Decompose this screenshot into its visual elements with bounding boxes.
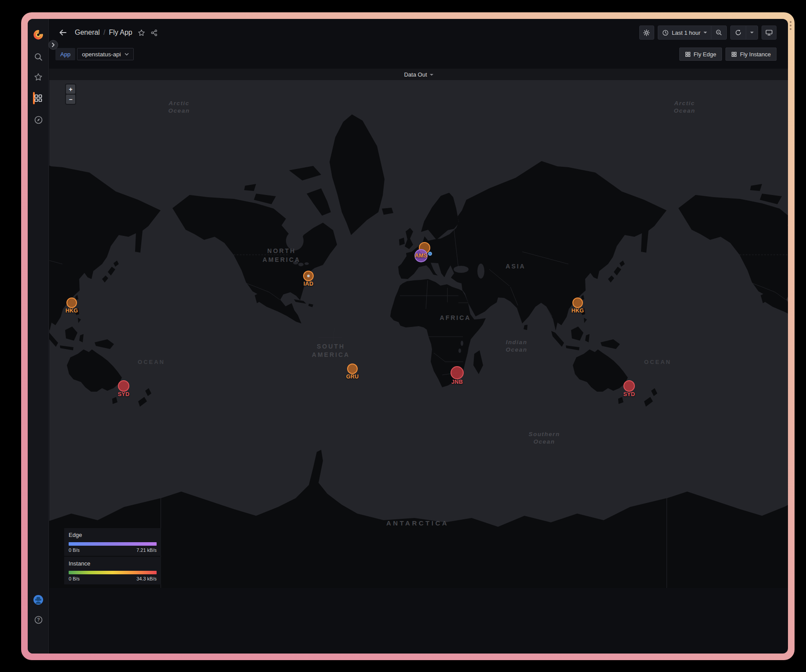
- marker-inner-dot: [307, 275, 310, 277]
- tv-mode-button[interactable]: [762, 26, 777, 40]
- refresh-interval-dropdown[interactable]: [746, 26, 758, 39]
- map-marker-syd[interactable]: SYD: [118, 380, 129, 392]
- star-outline-icon: [138, 29, 145, 37]
- fly-edge-label: Fly Edge: [694, 51, 716, 58]
- legend-edge: Edge 0 B/s 7.21 kB/s: [64, 528, 161, 556]
- monitor-icon: [765, 29, 773, 37]
- sidebar-item-help[interactable]: ?: [28, 611, 49, 628]
- legend-max-value: 7.21 kB/s: [136, 547, 157, 553]
- map-zoom-in-button[interactable]: +: [66, 84, 75, 94]
- legend-instance: Instance 0 B/s 34.3 kB/s: [64, 557, 161, 584]
- user-avatar: [33, 595, 44, 605]
- variable-label-app: App: [55, 48, 75, 60]
- svg-text:?: ?: [37, 617, 40, 622]
- window-handle-dots: [790, 21, 791, 30]
- world-map: [49, 80, 788, 588]
- grafana-app: ? General / Fly App: [28, 19, 788, 654]
- map-marker-gru[interactable]: GRU: [347, 364, 358, 374]
- arrow-left-icon: [59, 28, 67, 37]
- panel-menu-chevron-icon: [430, 74, 433, 76]
- view-toggle-buttons: Fly Edge Fly Instance: [679, 48, 777, 61]
- sidebar: ?: [28, 19, 49, 654]
- framed-window: ? General / Fly App: [21, 12, 795, 660]
- zoom-out-time-button[interactable]: [711, 26, 726, 39]
- map-marker-hkg[interactable]: HKG: [572, 297, 583, 308]
- fly-instance-button[interactable]: Fly Instance: [725, 48, 777, 61]
- sidebar-item-explore[interactable]: [28, 111, 49, 129]
- zoom-out-icon: [715, 29, 722, 36]
- grid-icon: [731, 51, 737, 57]
- marker-label: SYD: [118, 391, 130, 397]
- marker-label: HKG: [572, 308, 584, 314]
- legend-gradient-bar: [69, 571, 157, 574]
- grafana-logo-icon: [33, 29, 44, 40]
- marker-label: JNB: [451, 379, 463, 385]
- clock-icon: [662, 29, 669, 36]
- chevron-down-icon: [750, 32, 754, 33]
- legend-min-value: 0 B/s: [69, 576, 80, 581]
- breadcrumb: General / Fly App: [75, 29, 132, 37]
- favorite-dashboard-button[interactable]: [138, 29, 145, 37]
- compass-icon: [34, 115, 43, 125]
- marker-label: GRU: [346, 374, 359, 380]
- share-icon: [150, 29, 158, 37]
- breadcrumb-folder[interactable]: General: [75, 29, 100, 37]
- marker-label: HKG: [66, 308, 78, 314]
- chevron-down-icon: [125, 53, 129, 56]
- map-marker-hkg[interactable]: HKG: [66, 297, 77, 308]
- sidebar-item-starred[interactable]: [28, 68, 49, 86]
- refresh-icon: [735, 29, 742, 36]
- marker-label: IAD: [304, 281, 313, 287]
- search-icon: [34, 52, 43, 62]
- marker-label: SYD: [623, 391, 635, 397]
- fly-instance-label: Fly Instance: [740, 51, 771, 58]
- time-range-label: Last 1 hour: [672, 29, 700, 36]
- map-marker-small-edge[interactable]: [428, 252, 432, 256]
- dashboards-grid-icon: [34, 94, 43, 103]
- refresh-picker: [730, 26, 758, 40]
- legend-title: Instance: [69, 560, 157, 567]
- gear-icon: [643, 29, 650, 37]
- legend-title: Edge: [69, 532, 157, 538]
- grafana-logo[interactable]: [28, 26, 49, 44]
- dashboard-settings-button[interactable]: [639, 26, 654, 40]
- chevron-right-icon: [51, 43, 55, 47]
- dashboard-controls-row: App openstatus-api Fly Edge: [49, 46, 788, 62]
- map-marker-syd[interactable]: SYD: [623, 380, 635, 392]
- breadcrumb-dashboard-title[interactable]: Fly App: [109, 29, 132, 37]
- legend-min-value: 0 B/s: [69, 547, 80, 553]
- sidebar-expand-button[interactable]: [48, 40, 58, 50]
- share-dashboard-button[interactable]: [150, 29, 158, 37]
- app-variable-value: openstatus-api: [82, 51, 121, 58]
- fly-edge-button[interactable]: Fly Edge: [679, 48, 722, 61]
- legend-max-value: 34.3 kB/s: [136, 576, 157, 581]
- map-legend: Edge 0 B/s 7.21 kB/s Instance 0 B/s 34.3…: [64, 528, 161, 584]
- refresh-button[interactable]: [731, 26, 746, 39]
- map-zoom-out-button[interactable]: −: [66, 95, 75, 104]
- sidebar-item-dashboards[interactable]: [28, 89, 49, 107]
- topbar-controls: Last 1 hour: [639, 26, 777, 40]
- breadcrumb-separator: /: [103, 29, 105, 37]
- chevron-down-icon: [703, 32, 707, 33]
- time-range-button[interactable]: Last 1 hour: [658, 26, 711, 39]
- map-zoom-control: + −: [65, 84, 76, 105]
- star-icon: [34, 73, 43, 81]
- dashboard-topbar: General / Fly App: [49, 19, 788, 46]
- map-marker-ams[interactable]: AMS: [414, 249, 428, 262]
- panel-title: Data Out: [404, 71, 427, 78]
- app-variable-dropdown[interactable]: openstatus-api: [77, 48, 134, 60]
- legend-gradient-bar: [69, 542, 157, 546]
- grid-icon: [685, 51, 691, 57]
- panel-title-bar[interactable]: Data Out: [49, 69, 788, 80]
- geomap-panel[interactable]: Arctic Ocean Arctic Ocean NORTH AMERICA …: [49, 80, 788, 588]
- sidebar-item-profile[interactable]: [28, 591, 49, 609]
- sidebar-item-search[interactable]: [28, 48, 49, 66]
- help-icon: ?: [34, 615, 43, 624]
- time-range-picker: Last 1 hour: [658, 26, 727, 40]
- map-marker-jnb[interactable]: JNB: [451, 366, 464, 379]
- back-button[interactable]: [55, 25, 70, 40]
- marker-label: AMS: [415, 253, 428, 259]
- map-marker-iad[interactable]: IAD: [303, 271, 314, 281]
